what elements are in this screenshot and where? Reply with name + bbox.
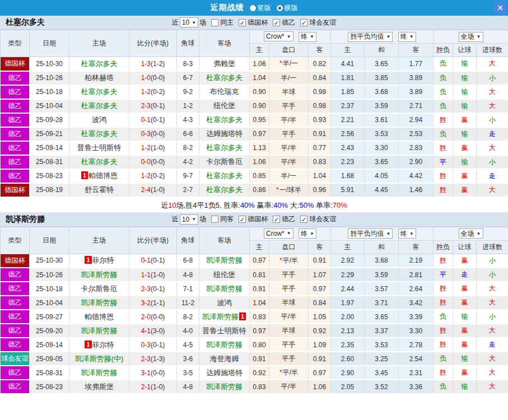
mean-away: 2.53: [399, 127, 434, 141]
competition-badge: 德乙: [1, 380, 30, 394]
friendly-checkbox[interactable]: ✓: [300, 216, 307, 223]
odds-time-select[interactable]: 终▼: [299, 228, 316, 239]
scope-select[interactable]: 全场▼: [459, 228, 483, 239]
competition-badge: 德国杯: [1, 183, 30, 197]
score: 0-1(0-1): [129, 254, 177, 268]
horizontal-layout-radio[interactable]: [277, 5, 283, 11]
cup-checkbox[interactable]: ✓: [239, 216, 246, 223]
corner-count: 11-2: [177, 296, 199, 310]
mean-home: 2.43: [331, 141, 365, 155]
league-checkbox[interactable]: ✓: [273, 216, 280, 223]
mean-select[interactable]: 胜平负均值▼: [348, 228, 393, 239]
odds-time-select[interactable]: 终▼: [299, 32, 316, 42]
home-team: 帕德博恩: [69, 310, 129, 324]
odds-home: 1.13: [250, 141, 269, 155]
vertical-layout-radio[interactable]: [250, 5, 256, 11]
home-team: 卡尔斯鲁厄: [69, 282, 129, 296]
score: 3-1(0-0): [129, 366, 177, 380]
mean-time-select[interactable]: 终▼: [398, 32, 416, 42]
result-winloss: 胜: [434, 169, 453, 183]
league-label[interactable]: 德乙: [282, 18, 295, 27]
result-goals: 小: [477, 113, 508, 127]
odds-source-select[interactable]: Crow*▼: [264, 31, 293, 41]
home-team: 凯泽斯劳滕(中): [69, 352, 129, 366]
odds-home: 0.91: [250, 352, 269, 366]
score: 1-3(1-2): [129, 57, 177, 71]
close-button[interactable]: ✕: [494, 2, 506, 14]
match-date: 25-08-23: [30, 380, 69, 394]
mean-home: 2.29: [331, 268, 365, 282]
star-icon: *: [276, 186, 279, 194]
mean-away: 2.64: [399, 282, 434, 296]
col-header-mean-away: 客: [399, 240, 434, 254]
results-table: 类型 日期 主场 比分(半场) 角球 客场 Crow*▼ 终▼ 胜平负均值▼ 终…: [0, 227, 508, 395]
same-venue-label[interactable]: 同主: [220, 18, 234, 27]
cup-label[interactable]: 德国杯: [248, 214, 268, 224]
dropdown-arrow-icon: ▼: [477, 34, 481, 39]
col-header-home: 主场: [69, 30, 129, 57]
odds-home: 0.86: [250, 183, 269, 197]
result-goals: 大: [477, 352, 508, 366]
vertical-layout-label[interactable]: 竖版: [258, 3, 271, 13]
away-team: 布伦瑞克: [199, 85, 250, 99]
horizontal-layout-label[interactable]: 横版: [285, 3, 298, 13]
away-team: 杜塞尔多夫: [199, 169, 250, 183]
corner-count: 8-2: [177, 141, 199, 155]
score: 2-4(1-0): [129, 183, 177, 197]
mean-time-select[interactable]: 终▼: [398, 228, 416, 239]
summary-text: 10: [168, 201, 176, 209]
match-row: 德国杯25-08-19舒云霍特2-4(1-0)2-7杜塞尔多夫0.86*一/球半…: [1, 183, 508, 197]
odds-source-select[interactable]: Crow*▼: [264, 228, 293, 239]
cup-label[interactable]: 德国杯: [248, 18, 268, 27]
match-date: 25-08-31: [30, 155, 69, 169]
competition-badge: 德乙: [1, 366, 30, 380]
score: 1-2(1-0): [129, 141, 177, 155]
col-header-away: 客场: [199, 30, 250, 57]
score: 0-3(0-0): [129, 127, 177, 141]
friendly-checkbox[interactable]: ✓: [300, 19, 307, 26]
summary-text: 大:: [288, 201, 299, 209]
mean-select[interactable]: 胜平负均值▼: [348, 32, 393, 42]
summary-text: 50%: [299, 201, 314, 209]
corner-count: 8-3: [177, 57, 199, 71]
result-winloss: 胜: [434, 282, 453, 296]
friendly-label[interactable]: 球会友谊: [309, 18, 336, 27]
dropdown-arrow-icon: ▼: [192, 20, 196, 25]
league-checkbox[interactable]: ✓: [273, 19, 280, 26]
mean-away: 2.71: [399, 99, 434, 113]
scope-select[interactable]: 全场▼: [459, 32, 483, 42]
match-count-select[interactable]: 10 ▼: [180, 17, 198, 27]
same-venue-checkbox[interactable]: [211, 216, 218, 223]
match-row: 德乙25-10-26柏林赫塔1-0(0-0)6-7杜塞尔多夫1.04半/一0.8…: [1, 71, 508, 85]
same-venue-label[interactable]: 同客: [220, 214, 234, 224]
mean-home: 2.23: [331, 155, 365, 169]
same-venue-checkbox[interactable]: [211, 19, 218, 26]
team-name: 凯泽斯劳滕: [6, 214, 45, 225]
match-date: 25-08-19: [30, 183, 69, 197]
corner-count: 4-3: [177, 113, 199, 127]
rank-badge: 1: [85, 340, 91, 348]
mean-draw: 3.65: [365, 57, 399, 71]
home-team: 1帕德博恩: [69, 169, 129, 183]
recent-results-dialog: 近期战绩 竖版 横版 ✕ 杜塞尔多夫 近 10 ▼ 场 同主 ✓ 德国杯 ✓ 德…: [0, 0, 508, 420]
col-header-odds-hcp: 盘口: [269, 240, 309, 254]
dropdown-arrow-icon: ▼: [310, 34, 314, 39]
match-date: 25-10-30: [30, 254, 69, 268]
competition-badge: 球会友谊: [1, 352, 30, 366]
score: 2-0(0-0): [129, 310, 177, 324]
competition-badge: 德国杯: [1, 254, 30, 268]
friendly-label[interactable]: 球会友谊: [309, 214, 336, 224]
match-date: 25-10-18: [30, 282, 69, 296]
odds-home: 1.06: [250, 155, 269, 169]
col-header-mean-home: 主: [331, 44, 365, 57]
odds-home: 1.06: [250, 57, 269, 71]
league-label[interactable]: 德乙: [282, 214, 295, 224]
results-table: 类型 日期 主场 比分(半场) 角球 客场 Crow*▼ 终▼ 胜平负均值▼ 终…: [0, 30, 508, 198]
competition-badge: 德乙: [1, 324, 30, 338]
match-count-select[interactable]: 10 ▼: [180, 214, 198, 225]
match-row: 德乙25-10-18杜塞尔多夫1-2(0-2)9-2布伦瑞克0.90半球0.98…: [1, 85, 508, 99]
col-header-odds-hcp: 盘口: [269, 44, 309, 57]
handicap: 平手: [269, 352, 309, 366]
away-team: 海登海姆: [199, 352, 250, 366]
cup-checkbox[interactable]: ✓: [239, 19, 246, 26]
